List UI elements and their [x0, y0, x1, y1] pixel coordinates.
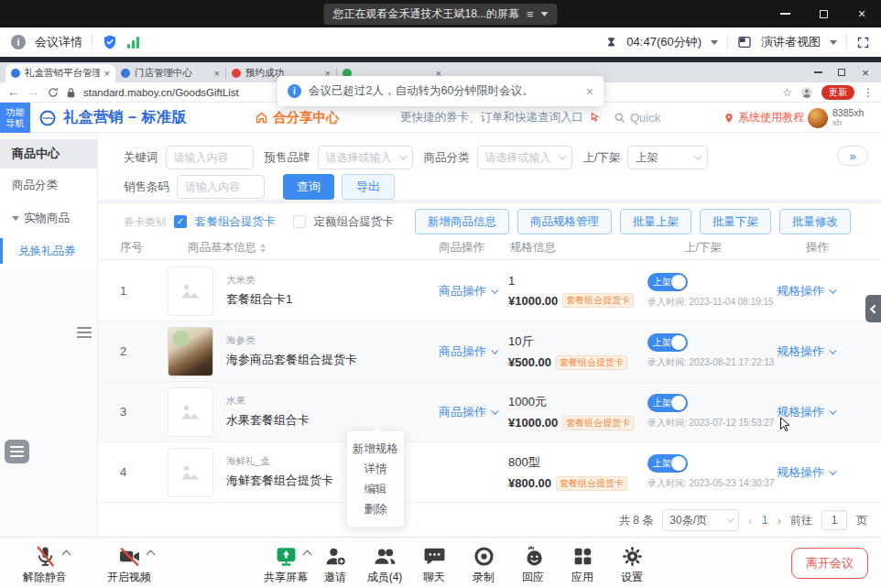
security-shield-icon[interactable] — [102, 34, 118, 50]
url-text[interactable]: standard.maboy.cn/GoodsGiftList — [83, 87, 239, 98]
members-button[interactable]: 成员(4) — [360, 544, 409, 585]
sidebar-item-physical[interactable]: 实物商品 — [0, 201, 97, 234]
shelf-toggle[interactable]: 上架 — [647, 394, 688, 412]
brand-select[interactable]: 请选择或输入 — [318, 146, 413, 169]
shelf-select[interactable]: 上架 — [627, 146, 708, 169]
lock-icon — [67, 87, 75, 98]
unmute-button[interactable]: 解除静音 — [13, 544, 77, 585]
chrome-update-badge[interactable]: 更新 — [821, 85, 854, 100]
tab-close-icon[interactable]: × — [104, 69, 110, 79]
filter-collapse-button[interactable]: » — [837, 146, 868, 166]
browser-tab-active[interactable]: 礼盒营销平台管理中心 × — [5, 64, 115, 82]
fullscreen-icon[interactable] — [856, 36, 870, 49]
menu-item-add-spec[interactable]: 新增规格 — [347, 439, 404, 459]
card-type-tag: 套餐组合提货卡 — [562, 416, 634, 430]
user-box[interactable]: 8385xh xh — [808, 103, 864, 133]
search-button[interactable]: 查询 — [283, 174, 334, 200]
reload-icon[interactable] — [48, 87, 59, 98]
apps-button[interactable]: 应用 — [558, 544, 607, 585]
back-icon[interactable]: ← — [7, 86, 19, 98]
checkbox-checked-icon[interactable]: ✓ — [174, 215, 187, 228]
side-panel-expand-button[interactable] — [865, 295, 881, 322]
browser-menu-icon[interactable]: ⋮ — [863, 86, 874, 99]
spec-op-dropdown[interactable]: 规格操作 — [777, 283, 834, 299]
meeting-timer[interactable]: 04:47(60分钟) — [626, 34, 702, 50]
leave-meeting-button[interactable]: 离开会议 — [791, 548, 868, 579]
sidebar-item-category[interactable]: 商品分类 — [0, 169, 97, 201]
browser-maximize-button[interactable] — [830, 69, 854, 76]
share-screen-button[interactable]: 共享屏幕 — [261, 544, 310, 585]
tab-close-icon[interactable]: × — [214, 69, 220, 79]
checkbox-unchecked-icon[interactable] — [293, 215, 306, 228]
next-page-icon[interactable]: › — [778, 514, 781, 528]
menu-item-detail[interactable]: 详情 — [347, 459, 404, 479]
price: ¥500.00 — [508, 355, 551, 369]
batch-off-button[interactable]: 批量下架 — [700, 209, 771, 234]
view-caret-icon[interactable] — [830, 40, 837, 45]
table-row: 3 水果 水果套餐组合卡 商品操作 1000元 ¥1000.00套餐组合提货卡 — [98, 382, 881, 442]
sidebar-item-gift-voucher[interactable]: 兑换礼品券 — [0, 234, 97, 267]
spec-op-dropdown[interactable]: 规格操作 — [777, 343, 834, 360]
maximize-icon — [838, 69, 845, 76]
checkbox-fixed-label[interactable]: 定额组合提货卡 — [314, 214, 395, 230]
batch-edit-button[interactable]: 批量修改 — [779, 209, 851, 234]
page-size-select[interactable]: 30条/页 — [662, 509, 739, 531]
barcode-input[interactable] — [177, 175, 265, 199]
spec-op-dropdown[interactable]: 规格操作 — [777, 464, 834, 481]
shelf-toggle[interactable]: 上架 — [647, 273, 688, 291]
shelf-toggle[interactable]: 上架 — [647, 333, 688, 352]
profile-icon[interactable] — [800, 86, 813, 99]
header-info[interactable]: 商品基本信息 — [153, 240, 428, 256]
browser-tab[interactable]: 门店管理中心 × — [115, 64, 225, 82]
close-button[interactable]: × — [843, 0, 881, 27]
chat-button[interactable]: 聊天 — [409, 544, 459, 585]
tutorial-link[interactable]: 系统使用教程 — [723, 103, 804, 133]
minimize-button[interactable] — [766, 0, 804, 27]
goto-page-input[interactable] — [821, 510, 847, 530]
add-product-button[interactable]: 新增商品信息 — [415, 209, 509, 234]
spec-manage-button[interactable]: 商品规格管理 — [517, 209, 612, 234]
share-center-link[interactable]: 合分享中心 — [255, 103, 340, 133]
menu-item-edit[interactable]: 编辑 — [347, 479, 404, 499]
reactions-label: 回应 — [522, 570, 544, 585]
meeting-details-link[interactable]: 会议详情 — [35, 34, 82, 50]
function-nav-button[interactable]: 功能 导航 — [0, 103, 30, 133]
reactions-button[interactable]: 回应 — [508, 544, 558, 585]
maximize-button[interactable] — [804, 0, 843, 27]
timer-caret-icon[interactable] — [711, 40, 718, 45]
video-options-caret-icon[interactable] — [146, 550, 155, 560]
meeting-titlebar: 您正在观看金禾通技术王斌18...的屏幕 ≡ × — [0, 0, 881, 27]
network-signal-icon[interactable] — [127, 37, 139, 49]
menu-item-delete[interactable]: 删除 — [347, 499, 404, 519]
current-page[interactable]: 1 — [762, 514, 768, 527]
prev-page-icon[interactable]: ‹ — [748, 514, 752, 528]
sort-icon[interactable] — [260, 244, 266, 253]
export-button[interactable]: 导出 — [342, 174, 395, 200]
view-mode-selector[interactable]: 演讲者视图 — [761, 34, 821, 50]
product-op-dropdown[interactable]: 商品操作 — [439, 283, 496, 299]
browser-minimize-button[interactable] — [806, 71, 830, 73]
bookmark-star-icon[interactable]: ☆ — [782, 86, 792, 99]
share-screen-label: 共享屏幕 — [264, 570, 308, 585]
banner-menu-icon[interactable]: ≡ — [527, 8, 534, 20]
meeting-list-widget[interactable] — [5, 440, 29, 463]
shelf-toggle[interactable]: 上架 — [647, 454, 688, 473]
start-video-button[interactable]: 开启视频 — [97, 544, 161, 585]
invite-button[interactable]: 邀请 — [310, 544, 360, 585]
toast-close-icon[interactable]: × — [586, 85, 593, 98]
keyword-input[interactable] — [166, 146, 254, 169]
checkbox-combo-label[interactable]: 套餐组合提货卡 — [195, 214, 276, 230]
batch-on-button[interactable]: 批量上架 — [620, 209, 691, 234]
forward-icon[interactable]: → — [27, 86, 39, 98]
record-button[interactable]: 录制 — [459, 544, 508, 585]
browser-close-button[interactable]: × — [854, 66, 877, 80]
settings-button[interactable]: 设置 — [607, 544, 657, 585]
mic-options-caret-icon[interactable] — [61, 550, 71, 560]
product-op-dropdown-open[interactable]: 商品操作 — [439, 404, 496, 420]
category-select[interactable]: 请选择或输入 — [477, 146, 572, 169]
product-op-dropdown[interactable]: 商品操作 — [439, 343, 496, 360]
info-icon[interactable]: i — [11, 35, 26, 49]
screen-watching-banner[interactable]: 您正在观看金禾通技术王斌18...的屏幕 ≡ — [324, 4, 558, 25]
sidebar-collapse-icon[interactable] — [77, 327, 92, 338]
quick-search[interactable]: Quick — [614, 111, 660, 125]
